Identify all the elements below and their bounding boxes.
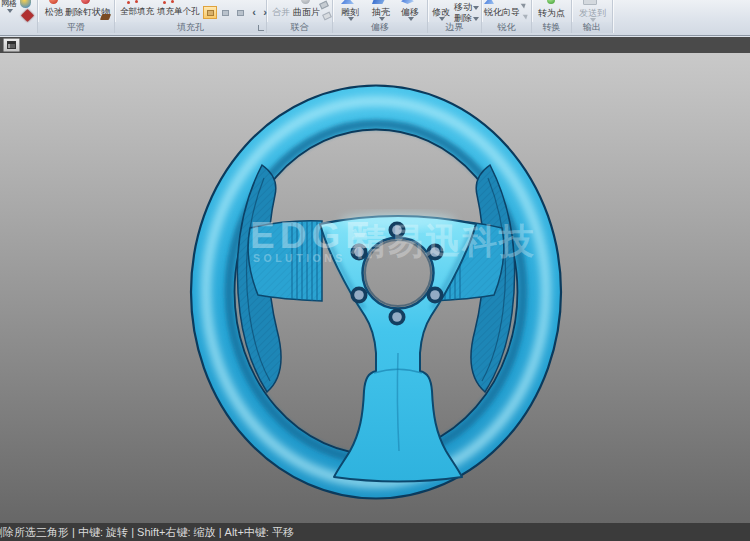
fill-mode-icon xyxy=(237,10,244,16)
group-label-smooth: 平滑 xyxy=(38,22,114,33)
dropdown-caret-icon[interactable] xyxy=(379,17,385,21)
sculpt-label: 雕刻 xyxy=(341,7,359,17)
ribbon-group-fill-holes: 全部填充 填充单个孔 ‹ › 填充孔 xyxy=(115,0,267,33)
sandpaper-icon[interactable] xyxy=(100,14,111,20)
surface-patch-label: 曲面片 xyxy=(293,7,320,17)
fill-icon-fragment xyxy=(171,0,174,3)
remove-spikes-icon xyxy=(81,0,90,4)
scan-software-window: 网格 松弛 删除钉状物 平滑 全部填充 xyxy=(0,0,750,541)
dropdown-caret-icon xyxy=(7,9,13,13)
fill-single-hole-label: 填充单个孔 xyxy=(157,6,200,16)
ribbon-group-combine: 合并 曲面片 联合 xyxy=(267,0,333,33)
eraser-small-icon[interactable] xyxy=(322,12,332,21)
move-label: 移动 xyxy=(454,2,472,12)
fill-icon-fragment xyxy=(135,0,138,3)
group-label-convert: 转换 xyxy=(532,22,571,33)
panel-icon xyxy=(7,41,16,49)
convert-to-points-button[interactable]: 转为点 xyxy=(538,7,565,20)
repair-icon[interactable] xyxy=(21,9,34,22)
to-points-icon xyxy=(547,0,555,4)
mesh-button-label: 网格 xyxy=(1,0,17,8)
fill-mode-flat-button[interactable] xyxy=(233,6,247,19)
group-label-offset: 偏移 xyxy=(333,22,427,33)
relax-icon xyxy=(49,0,58,4)
group-label-sharpen: 锐化 xyxy=(482,22,531,33)
merge-label: 合并 xyxy=(272,7,290,17)
relax-label: 松弛 xyxy=(45,7,63,17)
group-label-fill-holes: 填充孔 xyxy=(115,22,266,33)
ribbon-group-convert: 转为点 转换 xyxy=(532,0,572,33)
shell-label: 抽壳 xyxy=(372,7,390,17)
ribbon-toolbar: 网格 松弛 删除钉状物 平滑 全部填充 xyxy=(0,0,750,36)
send-to-label: 发送到 xyxy=(579,8,606,18)
steering-wheel-model[interactable] xyxy=(0,53,750,523)
fill-mode-tangent-button[interactable] xyxy=(218,6,232,19)
group-label-combine: 联合 xyxy=(267,22,332,33)
model-manager-tab[interactable] xyxy=(3,38,20,52)
fill-all-button[interactable]: 全部填充 xyxy=(120,6,154,18)
ribbon-group-output: 发送到 输出 xyxy=(572,0,613,33)
send-to-icon xyxy=(583,0,597,5)
dropdown-caret-icon[interactable] xyxy=(348,17,354,21)
sharpen-wizard-icon xyxy=(484,0,494,4)
shell-icon xyxy=(372,0,385,4)
ribbon-group-sharpen: 锐化向导 锐化 xyxy=(482,0,532,33)
group-label-boundary: 边界 xyxy=(428,22,481,33)
ribbon-group-boundary: 修改 移动 删除 边界 xyxy=(428,0,482,33)
dropdown-caret-icon[interactable] xyxy=(439,17,445,21)
fill-single-hole-button[interactable]: 填充单个孔 xyxy=(157,6,200,18)
mesh-button[interactable]: 网格 xyxy=(1,0,17,9)
3d-viewport[interactable]: EDGE SOLUTIONS 精易迅科技 xyxy=(0,53,750,523)
fill-icon-fragment xyxy=(127,1,130,4)
relax-button[interactable]: 松弛 xyxy=(45,6,63,19)
fill-icon-fragment xyxy=(163,1,166,4)
surface-patch-button[interactable]: 曲面片 xyxy=(293,6,320,19)
dialog-launcher-icon[interactable] xyxy=(258,25,264,31)
offset-icon xyxy=(401,0,414,4)
merge-button[interactable]: 合并 xyxy=(272,6,290,19)
fill-mode-curvature-button[interactable] xyxy=(203,6,217,19)
dropdown-caret-icon[interactable] xyxy=(408,17,414,21)
eraser-icon[interactable] xyxy=(319,1,329,10)
sharpen-wizard-button[interactable]: 锐化向导 xyxy=(484,6,520,19)
fill-mode-icon xyxy=(222,10,229,16)
group-label-output: 输出 xyxy=(572,22,612,33)
hub-center-hole xyxy=(363,238,434,309)
cursor-arrow-icon[interactable] xyxy=(521,1,528,8)
mesh-tool-icon[interactable] xyxy=(20,0,31,8)
fill-mode-icon xyxy=(207,10,214,16)
fill-all-label: 全部填充 xyxy=(120,6,154,16)
sharpen-wizard-label: 锐化向导 xyxy=(484,7,520,17)
status-bar: 删除所选三角形 | 中键: 旋转 | Shift+右键: 缩放 | Alt+中键… xyxy=(0,523,750,541)
ribbon-group-offset: 雕刻 抽壳 偏移 偏移 xyxy=(333,0,428,33)
status-hint-text: 删除所选三角形 | 中键: 旋转 | Shift+右键: 缩放 | Alt+中键… xyxy=(0,523,294,541)
ribbon-group-mesh-partial: 网格 xyxy=(0,0,38,33)
convert-to-points-label: 转为点 xyxy=(538,8,565,18)
dropdown-caret-icon xyxy=(473,6,479,10)
spoke-left xyxy=(248,221,322,301)
dropdown-caret-icon xyxy=(473,17,479,21)
surface-patch-icon xyxy=(301,0,310,4)
sculpt-icon xyxy=(341,0,354,4)
panel-collapse-bar xyxy=(0,37,750,53)
cursor-arrow-small-icon[interactable] xyxy=(523,12,530,19)
modify-label: 修改 xyxy=(432,7,450,17)
offset-label: 偏移 xyxy=(401,7,419,17)
ribbon-group-smooth: 松弛 删除钉状物 平滑 xyxy=(38,0,115,33)
